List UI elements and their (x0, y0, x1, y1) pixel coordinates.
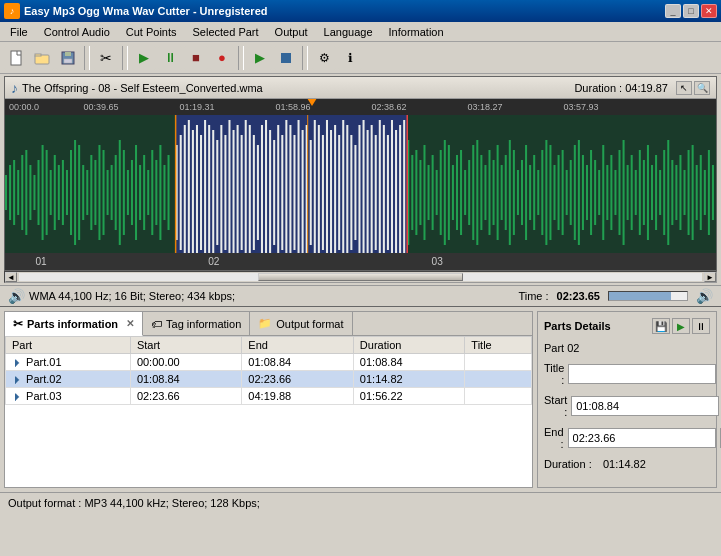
svg-rect-13 (25, 150, 27, 235)
col-end: End (242, 337, 353, 354)
svg-rect-40 (135, 145, 137, 240)
settings-button[interactable]: ⚙ (312, 46, 336, 70)
svg-rect-170 (663, 150, 665, 235)
col-duration: Duration (353, 337, 464, 354)
play-button[interactable]: ▶ (132, 46, 156, 70)
save-part-button[interactable]: 💾 (652, 318, 670, 334)
record-button[interactable]: ● (210, 46, 234, 70)
waveform-scrollbar[interactable]: ◄ ► (4, 271, 717, 283)
time-label: Time : (518, 290, 548, 302)
table-row[interactable]: ⏵ Part.01 00:00.00 01:08.84 01:08.84 (6, 354, 532, 371)
svg-rect-19 (50, 170, 52, 215)
svg-rect-59 (212, 130, 214, 255)
pause-button[interactable]: ⏸ (158, 46, 182, 70)
waveform-cursor-btn[interactable]: ↖ (676, 81, 692, 95)
scroll-thumb[interactable] (258, 273, 463, 281)
svg-rect-136 (525, 145, 527, 240)
svg-rect-95 (358, 125, 360, 260)
play-selection-button[interactable]: ▶ (248, 46, 272, 70)
sep-1 (84, 46, 90, 70)
svg-rect-173 (675, 165, 677, 220)
close-button[interactable]: ✕ (701, 4, 717, 18)
maximize-button[interactable]: □ (683, 4, 699, 18)
end-input[interactable] (568, 428, 716, 448)
window-controls: _ □ ✕ (665, 4, 717, 18)
new-button[interactable] (4, 46, 28, 70)
menu-file[interactable]: File (2, 24, 36, 40)
svg-rect-103 (391, 120, 393, 265)
pause-part-button[interactable]: ⏸ (692, 318, 710, 334)
tab-parts-information[interactable]: ✂ Parts information ✕ (5, 312, 143, 336)
svg-rect-17 (42, 145, 44, 240)
svg-rect-43 (147, 170, 149, 215)
tab-parts-close[interactable]: ✕ (126, 318, 134, 329)
svg-rect-112 (428, 165, 430, 220)
waveform-canvas[interactable]: 01 02 03 (5, 115, 716, 270)
svg-rect-97 (367, 130, 369, 255)
table-row[interactable]: ⏵ Part.03 02:23.66 04:19.88 01:56.22 (6, 388, 532, 405)
tab-tag-information[interactable]: 🏷 Tag information (143, 312, 250, 335)
svg-rect-125 (480, 155, 482, 230)
cut-button[interactable]: ✂ (94, 46, 118, 70)
wma-icon: 🔊 (8, 288, 25, 304)
menu-information[interactable]: Information (381, 24, 452, 40)
tab-output-label: Output format (276, 318, 343, 330)
parts-panel: ✂ Parts information ✕ 🏷 Tag information … (4, 311, 533, 488)
svg-rect-106 (403, 120, 405, 265)
svg-rect-45 (155, 160, 157, 225)
open-button[interactable] (30, 46, 54, 70)
menu-control-audio[interactable]: Control Audio (36, 24, 118, 40)
save-button[interactable] (56, 46, 80, 70)
start-row: Start : ▲ ▼ (544, 394, 710, 418)
timeline-ruler: 00:00.0 00:39.65 01:19.31 01:58.96 02:38… (5, 99, 716, 115)
svg-rect-28 (86, 170, 88, 215)
play-part-button[interactable]: ▶ (672, 318, 690, 334)
svg-rect-143 (553, 165, 555, 220)
svg-rect-98 (371, 125, 373, 260)
tick-5: 03:18.27 (467, 102, 502, 112)
tab-output-format[interactable]: 📁 Output format (250, 312, 352, 335)
stop-button[interactable]: ■ (184, 46, 208, 70)
details-panel: Parts Details 💾 ▶ ⏸ Part 02 Title : Star… (537, 311, 717, 488)
svg-rect-180 (704, 170, 706, 215)
svg-rect-147 (570, 160, 572, 225)
minimize-button[interactable]: _ (665, 4, 681, 18)
duration-row: Duration : 01:14.82 (544, 458, 710, 470)
tab-parts-icon: ✂ (13, 317, 23, 331)
music-icon: ♪ (11, 80, 18, 96)
title-input[interactable] (568, 364, 716, 384)
volume-fill (609, 292, 671, 300)
svg-rect-81 (302, 130, 304, 255)
menu-output[interactable]: Output (267, 24, 316, 40)
scroll-left-btn[interactable]: ◄ (5, 272, 17, 282)
stop-selection-button[interactable] (274, 46, 298, 70)
svg-rect-151 (586, 165, 588, 220)
sep-3 (238, 46, 244, 70)
svg-rect-168 (655, 155, 657, 230)
details-header: Parts Details 💾 ▶ ⏸ (544, 318, 710, 334)
sep-4 (302, 46, 308, 70)
svg-rect-145 (562, 150, 564, 235)
svg-rect-109 (415, 150, 417, 235)
svg-rect-152 (590, 150, 592, 235)
menu-selected-part[interactable]: Selected Part (185, 24, 267, 40)
bottom-panel: ✂ Parts information ✕ 🏷 Tag information … (0, 307, 721, 492)
waveform-zoom-btn[interactable]: 🔍 (694, 81, 710, 95)
svg-rect-0 (11, 51, 21, 65)
svg-rect-163 (635, 170, 637, 215)
sep-2 (122, 46, 128, 70)
svg-rect-138 (533, 155, 535, 230)
svg-rect-186 (5, 253, 716, 270)
menu-cut-points[interactable]: Cut Points (118, 24, 185, 40)
start-input[interactable] (571, 396, 719, 416)
svg-rect-67 (245, 120, 247, 265)
part-name: Part 02 (544, 342, 710, 354)
volume-slider[interactable] (608, 291, 688, 301)
table-row[interactable]: ⏵ Part.02 01:08.84 02:23.66 01:14.82 (6, 371, 532, 388)
scroll-right-btn[interactable]: ► (704, 272, 716, 282)
about-button[interactable]: ℹ (338, 46, 362, 70)
svg-rect-139 (537, 170, 539, 215)
svg-rect-35 (115, 155, 117, 230)
menu-language[interactable]: Language (316, 24, 381, 40)
svg-rect-140 (541, 150, 543, 235)
